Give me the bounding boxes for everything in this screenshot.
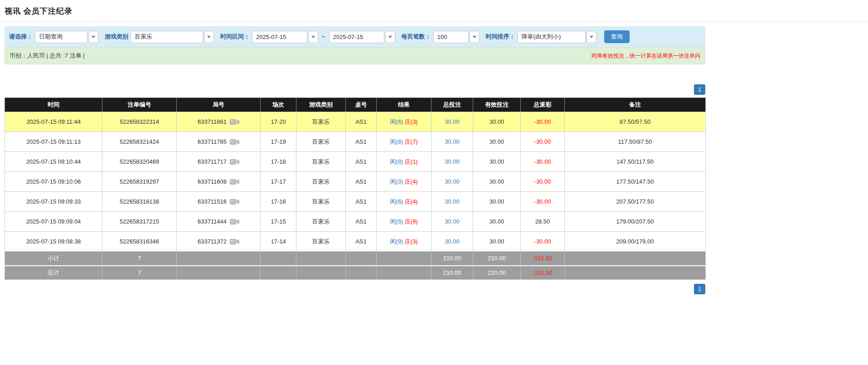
total-bet-link[interactable]: 30.00 (445, 238, 460, 245)
date-to-input[interactable] (329, 31, 384, 43)
column-header: 备注 (565, 98, 706, 112)
table-row: 2025-07-15 09:09:33 522658318138 6337115… (5, 192, 706, 212)
cell-session: 17-19 (261, 132, 296, 152)
round-number: 633711372 (198, 238, 227, 245)
date-range-separator: ~ (322, 34, 325, 40)
video-replay-icon[interactable] (230, 238, 239, 245)
cell-time: 2025-07-15 09:09:33 (5, 192, 102, 212)
date-to-dropdown-button[interactable] (385, 31, 395, 43)
summary-empty-cell (377, 266, 432, 280)
round-number: 633711861 (198, 118, 227, 125)
chevron-down-icon (207, 36, 211, 38)
time-sort-label: 时间排序： (486, 33, 515, 41)
chevron-down-icon (473, 36, 476, 38)
video-replay-icon[interactable] (230, 218, 239, 225)
summary-currency-count: 币别：人民币 | 总共 :7 注单 | (10, 52, 85, 60)
summary-payout: -151.50 (521, 266, 565, 280)
cell-table-no: AS1 (346, 152, 377, 172)
cell-valid-bet: 30.00 (473, 192, 521, 212)
result-banker: 庄(7) (405, 138, 418, 145)
cell-total-bet: 30.00 (432, 112, 473, 132)
summary-empty-cell (261, 252, 296, 266)
cell-valid-bet: 30.00 (473, 212, 521, 232)
date-from-input[interactable] (252, 31, 307, 43)
game-type-combobox (131, 31, 214, 43)
round-number: 633711717 (198, 158, 227, 165)
table-body: 2025-07-15 09:11:44 522658322314 6337118… (5, 112, 706, 252)
video-replay-icon[interactable] (230, 118, 239, 126)
search-button[interactable]: 查询 (604, 30, 630, 43)
page-1-button[interactable]: 1 (694, 84, 705, 95)
total-bet-link[interactable]: 30.00 (445, 198, 460, 205)
table-row: 2025-07-15 09:10:44 522658320469 6337117… (5, 152, 706, 172)
cell-total-bet: 30.00 (432, 192, 473, 212)
cell-result: 闲(3) 庄(4) (377, 172, 432, 192)
video-replay-icon[interactable] (230, 178, 239, 185)
page-1-button[interactable]: 1 (694, 284, 705, 294)
cell-round: 633711861 (177, 112, 261, 132)
result-player: 闲(8) (390, 138, 403, 145)
cell-time: 2025-07-15 09:11:44 (5, 112, 102, 132)
cell-payout: -30.00 (521, 112, 565, 132)
result-banker: 庄(9) (405, 218, 418, 225)
game-type-input[interactable] (131, 31, 203, 43)
query-type-dropdown-button[interactable] (88, 31, 98, 43)
video-replay-icon[interactable] (230, 198, 239, 205)
cell-round: 633711516 (177, 192, 261, 212)
total-bet-link[interactable]: 30.00 (445, 218, 460, 225)
summary-label: 小计 (5, 252, 102, 266)
column-header: 局号 (177, 98, 261, 112)
summary-empty-cell (565, 252, 706, 266)
cell-time: 2025-07-15 09:08:38 (5, 232, 102, 252)
game-type-label: 游戏类别 (105, 33, 128, 41)
column-header: 总派彩 (521, 98, 565, 112)
round-number: 633711444 (198, 218, 227, 225)
time-sort-input[interactable] (518, 31, 586, 43)
summary-count: 7 (102, 252, 177, 266)
cell-game-type: 百家乐 (296, 152, 346, 172)
page-size-dropdown-button[interactable] (470, 31, 480, 43)
summary-bar: 币别：人民币 | 总共 :7 注单 | 同局有效投注，统一计算在该局第一张注单内 (5, 47, 705, 64)
cell-valid-bet: 30.00 (473, 172, 521, 192)
summary-valid-bet: 210.00 (473, 252, 521, 266)
page-size-label: 每页笔数： (402, 33, 431, 41)
cell-table-no: AS1 (346, 192, 377, 212)
total-bet-link[interactable]: 30.00 (445, 118, 460, 125)
cell-bet-id: 522658321424 (102, 132, 177, 152)
cell-game-type: 百家乐 (296, 172, 346, 192)
column-header: 游戏类别 (296, 98, 346, 112)
total-bet-link[interactable]: 30.00 (445, 178, 460, 185)
total-bet-link[interactable]: 30.00 (445, 138, 460, 145)
table-row: 2025-07-15 09:08:38 522658316346 6337113… (5, 232, 706, 252)
page-size-input[interactable] (433, 31, 469, 43)
result-banker: 庄(1) (405, 158, 418, 165)
column-header: 结果 (377, 98, 432, 112)
table-header: 时间注单编号局号场次游戏类别桌号结果总投注有效投注总派彩备注 (5, 98, 706, 112)
summary-total-bet: 210.00 (432, 266, 473, 280)
summary-valid-bet: 210.00 (473, 266, 521, 280)
cell-payout: -30.00 (521, 132, 565, 152)
summary-empty-cell (296, 252, 346, 266)
video-replay-icon[interactable] (230, 158, 239, 165)
round-number: 633711785 (198, 138, 227, 145)
result-player: 闲(9) (390, 238, 403, 245)
total-bet-link[interactable]: 30.00 (445, 158, 460, 165)
game-type-dropdown-button[interactable] (204, 31, 214, 43)
time-sort-dropdown-button[interactable] (587, 31, 596, 43)
result-player: 闲(6) (390, 198, 403, 205)
cell-table-no: AS1 (346, 232, 377, 252)
cell-time: 2025-07-15 09:09:04 (5, 212, 102, 232)
summary-empty-cell (296, 266, 346, 280)
cell-payout: -30.00 (521, 232, 565, 252)
column-header: 总投注 (432, 98, 473, 112)
column-header: 有效投注 (473, 98, 521, 112)
summary-label: 总计 (5, 266, 102, 280)
date-from-dropdown-button[interactable] (308, 31, 318, 43)
cell-valid-bet: 30.00 (473, 232, 521, 252)
cell-session: 17-20 (261, 112, 296, 132)
query-type-input[interactable] (35, 31, 87, 43)
video-replay-icon[interactable] (230, 138, 239, 146)
cell-result: 闲(8) 庄(1) (377, 152, 432, 172)
cell-session: 17-16 (261, 192, 296, 212)
summary-count: 7 (102, 266, 177, 280)
